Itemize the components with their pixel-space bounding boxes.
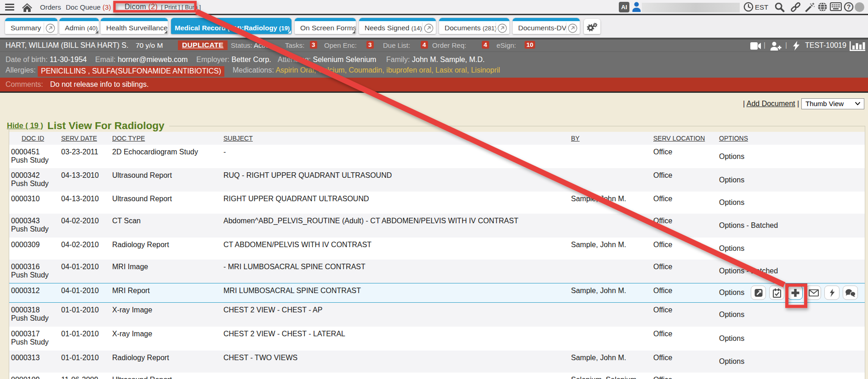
svg-text:?: ? xyxy=(847,3,851,11)
